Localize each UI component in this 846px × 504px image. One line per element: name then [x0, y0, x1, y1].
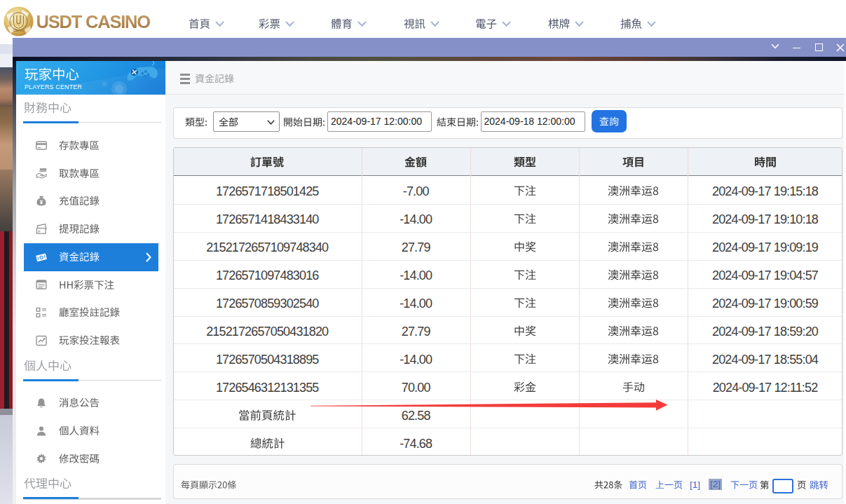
svg-text:Casino: Casino — [13, 28, 25, 32]
